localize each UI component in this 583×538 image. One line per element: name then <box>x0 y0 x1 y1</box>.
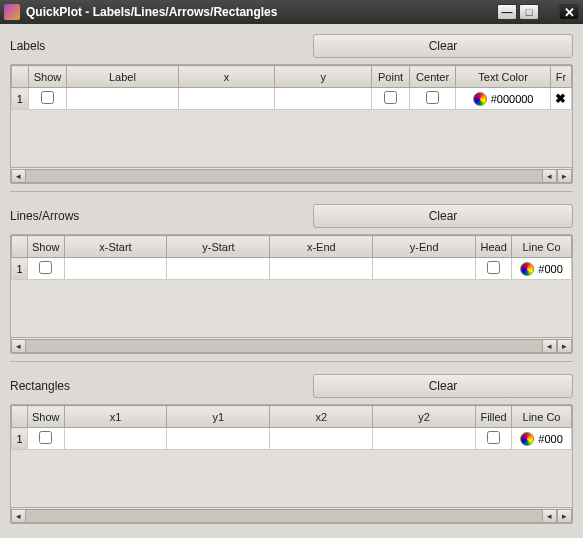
filled-checkbox[interactable] <box>487 431 500 444</box>
col-linecolor[interactable]: Line Co <box>512 236 572 258</box>
show-checkbox[interactable] <box>39 261 52 274</box>
yend-cell[interactable] <box>373 258 476 280</box>
scroll-track[interactable] <box>26 509 542 523</box>
linecolor-cell[interactable]: #000 <box>512 258 572 280</box>
titlebar: QuickPlot - Labels/Lines/Arrows/Rectangl… <box>0 0 583 24</box>
linecolor-cell[interactable]: #000 <box>512 428 572 450</box>
col-filled[interactable]: Filled <box>476 406 512 428</box>
content: Labels Clear Show Label x y Point Center <box>0 24 583 538</box>
fr-cell[interactable]: ✖ <box>550 88 571 110</box>
xend-cell[interactable] <box>270 258 373 280</box>
col-show[interactable]: Show <box>28 66 66 88</box>
x-cell[interactable] <box>178 88 275 110</box>
y1-cell[interactable] <box>167 428 270 450</box>
table-row: 1 #000 <box>12 258 572 280</box>
lines-title: Lines/Arrows <box>10 209 313 223</box>
point-checkbox[interactable] <box>384 91 397 104</box>
x2-cell[interactable] <box>270 428 373 450</box>
col-point[interactable]: Point <box>372 66 410 88</box>
labels-table-wrap: Show Label x y Point Center Text Color F… <box>10 64 573 184</box>
y-cell[interactable] <box>275 88 372 110</box>
labels-section: Labels Clear Show Label x y Point Center <box>10 32 573 184</box>
divider <box>10 361 573 362</box>
scroll-track[interactable] <box>26 169 542 183</box>
divider <box>10 191 573 192</box>
maximize-button[interactable]: □ <box>519 4 539 20</box>
scroll-left-end-icon[interactable]: ◂ <box>542 509 557 523</box>
col-y2[interactable]: y2 <box>373 406 476 428</box>
labels-table: Show Label x y Point Center Text Color F… <box>11 65 572 110</box>
window-title: QuickPlot - Labels/Lines/Arrows/Rectangl… <box>26 5 495 19</box>
show-checkbox[interactable] <box>39 431 52 444</box>
color-swatch-icon <box>520 432 534 446</box>
row-number: 1 <box>12 88 29 110</box>
table-row: 1 #000 <box>12 428 572 450</box>
col-x2[interactable]: x2 <box>270 406 373 428</box>
textcolor-cell[interactable]: #000000 <box>456 88 551 110</box>
labels-clear-button[interactable]: Clear <box>313 34 573 58</box>
table-row: 1 #000000 ✖ <box>12 88 572 110</box>
rects-table: Show x1 y1 x2 y2 Filled Line Co 1 <box>11 405 572 450</box>
lines-table-wrap: Show x-Start y-Start x-End y-End Head Li… <box>10 234 573 354</box>
color-swatch-icon <box>520 262 534 276</box>
col-textcolor[interactable]: Text Color <box>456 66 551 88</box>
ystart-cell[interactable] <box>167 258 270 280</box>
scroll-left-end-icon[interactable]: ◂ <box>542 169 557 183</box>
col-xstart[interactable]: x-Start <box>64 236 167 258</box>
col-x[interactable]: x <box>178 66 275 88</box>
col-xend[interactable]: x-End <box>270 236 373 258</box>
labels-hscrollbar[interactable]: ◂ ◂ ▸ <box>11 167 572 183</box>
lines-section: Lines/Arrows Clear Show x-Start y-Start … <box>10 202 573 354</box>
x1-cell[interactable] <box>64 428 167 450</box>
col-head[interactable]: Head <box>476 236 512 258</box>
col-y1[interactable]: y1 <box>167 406 270 428</box>
lines-table: Show x-Start y-Start x-End y-End Head Li… <box>11 235 572 280</box>
rects-clear-button[interactable]: Clear <box>313 374 573 398</box>
row-number: 1 <box>12 258 28 280</box>
color-swatch-icon <box>473 92 487 106</box>
xstart-cell[interactable] <box>64 258 167 280</box>
scroll-left-icon[interactable]: ◂ <box>11 169 26 183</box>
col-x1[interactable]: x1 <box>64 406 167 428</box>
rects-hscrollbar[interactable]: ◂ ◂ ▸ <box>11 507 572 523</box>
row-number: 1 <box>12 428 28 450</box>
rects-section: Rectangles Clear Show x1 y1 x2 y2 Filled <box>10 372 573 524</box>
rects-table-wrap: Show x1 y1 x2 y2 Filled Line Co 1 <box>10 404 573 524</box>
label-cell[interactable] <box>67 88 178 110</box>
head-checkbox[interactable] <box>487 261 500 274</box>
y2-cell[interactable] <box>373 428 476 450</box>
col-show[interactable]: Show <box>27 406 64 428</box>
scroll-left-icon[interactable]: ◂ <box>11 509 26 523</box>
col-ystart[interactable]: y-Start <box>167 236 270 258</box>
scroll-track[interactable] <box>26 339 542 353</box>
col-fr[interactable]: Fr <box>550 66 571 88</box>
col-linecolor[interactable]: Line Co <box>512 406 572 428</box>
col-y[interactable]: y <box>275 66 372 88</box>
show-checkbox[interactable] <box>41 91 54 104</box>
scroll-right-icon[interactable]: ▸ <box>557 339 572 353</box>
scroll-right-icon[interactable]: ▸ <box>557 509 572 523</box>
labels-title: Labels <box>10 39 313 53</box>
col-label[interactable]: Label <box>67 66 178 88</box>
app-icon <box>4 4 20 20</box>
rects-title: Rectangles <box>10 379 313 393</box>
lines-clear-button[interactable]: Clear <box>313 204 573 228</box>
scroll-left-end-icon[interactable]: ◂ <box>542 339 557 353</box>
scroll-left-icon[interactable]: ◂ <box>11 339 26 353</box>
col-yend[interactable]: y-End <box>373 236 476 258</box>
window: QuickPlot - Labels/Lines/Arrows/Rectangl… <box>0 0 583 538</box>
minimize-button[interactable]: ― <box>497 4 517 20</box>
col-show[interactable]: Show <box>27 236 64 258</box>
lines-hscrollbar[interactable]: ◂ ◂ ▸ <box>11 337 572 353</box>
center-checkbox[interactable] <box>426 91 439 104</box>
close-button[interactable]: ✕ <box>559 4 579 20</box>
scroll-right-icon[interactable]: ▸ <box>557 169 572 183</box>
col-center[interactable]: Center <box>409 66 455 88</box>
